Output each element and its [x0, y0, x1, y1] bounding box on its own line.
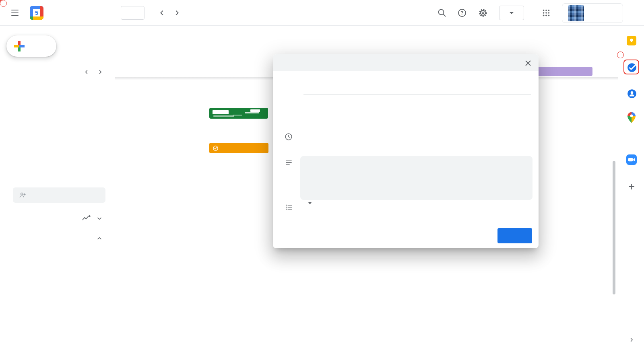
next-week-icon[interactable]	[172, 8, 181, 17]
insights-expand-icon[interactable]	[96, 215, 103, 222]
add-addon-icon[interactable]	[627, 182, 636, 191]
task-list-icon	[285, 203, 293, 211]
calendar-logo-date: 5	[33, 9, 40, 16]
close-icon[interactable]	[523, 58, 533, 68]
datetime-field[interactable]	[303, 131, 314, 138]
task-event[interactable]	[209, 143, 268, 153]
description-icon	[285, 159, 293, 167]
insights-chart-icon	[82, 214, 91, 222]
left-sidebar	[0, 26, 115, 362]
maps-icon[interactable]	[627, 112, 636, 123]
plus-icon	[13, 40, 25, 52]
task-list-select[interactable]	[304, 202, 312, 204]
zoom-meet-icon[interactable]	[626, 154, 637, 165]
title-input[interactable]	[303, 77, 521, 88]
create-button[interactable]	[6, 35, 56, 57]
description-input[interactable]	[300, 156, 533, 200]
title-underline	[303, 95, 531, 95]
annotation-step-2	[617, 51, 624, 58]
event-redacted-green[interactable]	[209, 108, 268, 119]
guest-search-box[interactable]	[13, 187, 105, 203]
chevron-down-icon	[510, 12, 514, 14]
contacts-icon[interactable]	[627, 88, 637, 99]
save-button[interactable]	[497, 228, 532, 243]
account-badge[interactable]	[562, 3, 623, 23]
rail-divider	[625, 141, 637, 141]
mini-calendar	[8, 79, 107, 167]
clock-icon	[284, 132, 293, 141]
apps-grid-icon[interactable]	[542, 8, 551, 17]
view-selector[interactable]	[499, 6, 524, 20]
settings-gear-icon[interactable]	[478, 8, 488, 18]
mini-next-icon[interactable]	[97, 68, 104, 76]
calendar-logo-icon: 5	[30, 6, 43, 20]
my-calendars-collapse-icon[interactable]	[96, 235, 103, 242]
event-type-tabs	[273, 105, 539, 119]
vertical-scrollbar[interactable]	[613, 161, 615, 294]
menu-icon[interactable]	[11, 10, 19, 16]
task-create-dialog	[273, 54, 539, 248]
annotation-step-1	[0, 0, 7, 7]
dialog-drag-header[interactable]	[273, 54, 539, 71]
today-button[interactable]	[121, 6, 144, 20]
search-icon[interactable]	[437, 8, 447, 18]
side-panel-rail	[618, 26, 644, 362]
guest-search-input[interactable]	[31, 192, 95, 199]
hide-panel-chevron-icon[interactable]	[628, 336, 635, 343]
mini-prev-icon[interactable]	[83, 68, 90, 76]
keep-icon[interactable]	[627, 36, 636, 45]
add-person-icon	[19, 191, 27, 199]
avatar[interactable]	[568, 5, 584, 21]
chevron-down-icon	[308, 202, 312, 204]
help-icon[interactable]: ?	[457, 8, 467, 18]
tasks-icon[interactable]	[627, 62, 637, 73]
prev-week-icon[interactable]	[158, 8, 167, 17]
task-check-icon	[213, 145, 219, 151]
app-header: 5 ?	[0, 0, 644, 26]
svg-text:?: ?	[460, 10, 463, 16]
